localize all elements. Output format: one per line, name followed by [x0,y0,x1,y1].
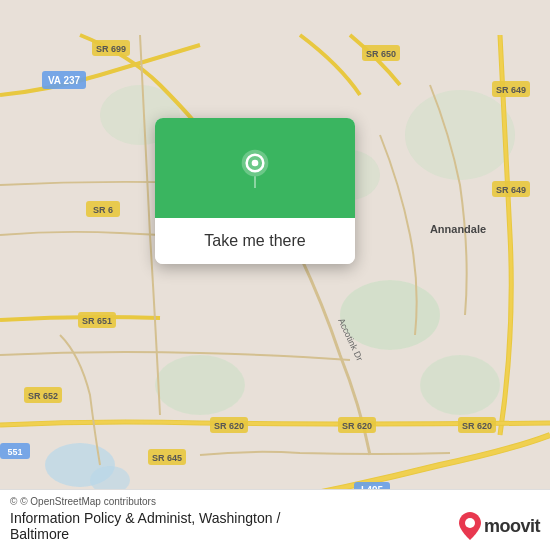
map-roads-svg: VA 237 SR 699 SR 650 SR 649 SR 649 SR 69… [0,0,550,550]
popup-card: Take me there [155,118,355,264]
moovit-wordmark: moovit [484,516,540,537]
svg-point-42 [252,160,259,167]
svg-text:SR 6: SR 6 [93,205,113,215]
location-label: Information Policy & Administ, Washingto… [10,510,459,542]
svg-text:SR 645: SR 645 [152,453,182,463]
svg-point-5 [405,90,515,180]
location-name: Information Policy & Administ, Washingto… [10,510,280,526]
svg-text:SR 620: SR 620 [342,421,372,431]
moovit-pin-icon [459,512,481,540]
popup-green-background [155,118,355,218]
svg-point-3 [420,355,500,415]
svg-text:VA 237: VA 237 [48,75,81,86]
svg-text:SR 699: SR 699 [96,44,126,54]
svg-text:SR 650: SR 650 [366,49,396,59]
moovit-logo: moovit [459,512,540,540]
svg-point-4 [155,355,245,415]
svg-text:SR 620: SR 620 [462,421,492,431]
map-attribution: © © OpenStreetMap contributors [10,496,540,507]
svg-text:Annandale: Annandale [430,223,486,235]
popup-button-area: Take me there [155,218,355,264]
take-me-there-button[interactable]: Take me there [192,228,317,254]
svg-text:551: 551 [7,447,22,457]
svg-text:SR 649: SR 649 [496,85,526,95]
bottom-info-row: Information Policy & Administ, Washingto… [10,510,540,542]
svg-text:SR 620: SR 620 [214,421,244,431]
bottom-bar: © © OpenStreetMap contributors Informati… [0,489,550,550]
location-pin-icon [235,148,275,188]
svg-text:SR 651: SR 651 [82,316,112,326]
location-sub: Baltimore [10,526,69,542]
attribution-text: © OpenStreetMap contributors [20,496,156,507]
svg-point-43 [465,518,475,528]
attribution-icon: © [10,496,17,507]
map-container: VA 237 SR 699 SR 650 SR 649 SR 649 SR 69… [0,0,550,550]
svg-text:SR 652: SR 652 [28,391,58,401]
svg-text:SR 649: SR 649 [496,185,526,195]
